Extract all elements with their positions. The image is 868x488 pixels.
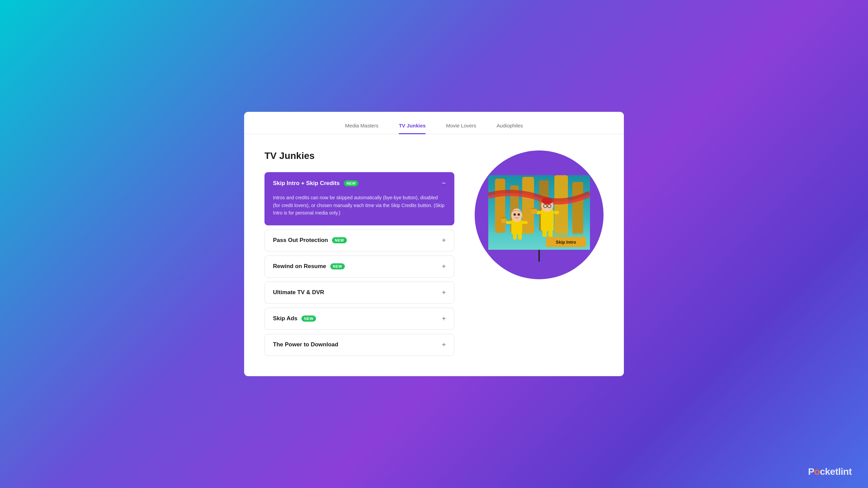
accordion-header-left-2: Pass Out Protection NEW: [273, 237, 347, 244]
accordion-item-skip-ads: Skip Ads NEW +: [264, 308, 454, 330]
accordion-title-power-download: The Power to Download: [273, 341, 338, 348]
svg-rect-19: [531, 209, 537, 214]
accordion-header-skip-intro[interactable]: Skip Intro + Skip Credits NEW −: [265, 172, 454, 194]
accordion-title-skip-intro: Skip Intro + Skip Credits: [273, 180, 340, 187]
tab-media-masters[interactable]: Media Masters: [345, 123, 378, 134]
svg-rect-16: [554, 211, 559, 214]
pocketlint-watermark: Pocketlint: [808, 466, 852, 477]
svg-rect-24: [506, 221, 512, 224]
accordion-header-rewind-resume[interactable]: Rewind on Resume NEW +: [265, 256, 454, 277]
svg-rect-25: [522, 221, 528, 224]
accordion-icon-power-download: +: [442, 341, 446, 349]
badge-new-pass-out: NEW: [332, 237, 347, 243]
svg-rect-17: [542, 230, 547, 237]
badge-new-skip-ads: NEW: [301, 316, 316, 322]
svg-point-23: [518, 213, 520, 216]
accordion-icon-rewind-resume: +: [442, 263, 446, 270]
accordion-item-ultimate-dvr: Ultimate TV & DVR +: [264, 282, 454, 304]
left-panel: TV Junkies Skip Intro + Skip Credits NEW…: [264, 150, 454, 360]
accordion-header-left-6: The Power to Download: [273, 341, 338, 348]
tv-screen: Skip Intro: [488, 175, 590, 250]
accordion-text-skip-intro: Intros and credits can now be skipped au…: [273, 194, 446, 217]
accordion-item-power-download: The Power to Download +: [264, 334, 454, 356]
accordion-header-pass-out[interactable]: Pass Out Protection NEW +: [265, 230, 454, 251]
svg-rect-27: [513, 233, 517, 240]
svg-point-22: [514, 213, 516, 216]
main-card: Media Masters TV Junkies Movie Lovers Au…: [244, 112, 624, 376]
tv-illustration: Skip Intro: [475, 150, 604, 279]
content-area: TV Junkies Skip Intro + Skip Credits NEW…: [244, 134, 624, 376]
cartoon-scene-svg: Skip Intro: [488, 175, 590, 250]
svg-rect-2: [495, 179, 505, 233]
accordion-icon-ultimate-dvr: +: [442, 289, 446, 297]
accordion-header-skip-ads[interactable]: Skip Ads NEW +: [265, 308, 454, 329]
accordion-icon-skip-intro: −: [442, 179, 446, 187]
tv-wrapper: Skip Intro: [488, 168, 590, 262]
badge-new-rewind-resume: NEW: [330, 263, 345, 269]
accordion-header-left-4: Ultimate TV & DVR: [273, 289, 324, 296]
accordion-icon-skip-ads: +: [442, 315, 446, 323]
accordion-header-ultimate-dvr[interactable]: Ultimate TV & DVR +: [265, 282, 454, 303]
accordion-item-skip-intro: Skip Intro + Skip Credits NEW − Intros a…: [264, 172, 454, 225]
accordion-title-skip-ads: Skip Ads: [273, 315, 297, 322]
svg-text:Skip Intro: Skip Intro: [556, 240, 576, 245]
svg-rect-28: [518, 233, 522, 240]
watermark-dot: o: [814, 466, 820, 477]
svg-rect-6: [554, 175, 568, 236]
accordion-header-power-download[interactable]: The Power to Download +: [265, 334, 454, 355]
tab-audiophiles[interactable]: Audiophiles: [497, 123, 523, 134]
tab-movie-lovers[interactable]: Movie Lovers: [446, 123, 476, 134]
accordion: Skip Intro + Skip Credits NEW − Intros a…: [264, 172, 454, 360]
tv-stand: [538, 250, 540, 262]
accordion-title-rewind-resume: Rewind on Resume: [273, 263, 326, 270]
page-title: TV Junkies: [264, 150, 454, 161]
accordion-body-skip-intro: Intros and credits can now be skipped au…: [265, 194, 454, 225]
accordion-header-left-3: Rewind on Resume NEW: [273, 263, 345, 270]
svg-rect-18: [548, 230, 553, 237]
svg-point-11: [542, 198, 553, 204]
accordion-item-rewind-resume: Rewind on Resume NEW +: [264, 256, 454, 278]
svg-rect-26: [501, 219, 507, 223]
tab-tv-junkies[interactable]: TV Junkies: [399, 123, 426, 134]
accordion-icon-pass-out: +: [442, 237, 446, 244]
accordion-title-pass-out: Pass Out Protection: [273, 237, 328, 244]
tab-nav: Media Masters TV Junkies Movie Lovers Au…: [244, 112, 624, 134]
accordion-header-left-5: Skip Ads NEW: [273, 315, 316, 322]
svg-rect-7: [572, 182, 583, 235]
accordion-title-ultimate-dvr: Ultimate TV & DVR: [273, 289, 324, 296]
badge-new-skip-intro: NEW: [344, 180, 358, 186]
accordion-header-left: Skip Intro + Skip Credits NEW: [273, 180, 358, 187]
svg-rect-4: [522, 177, 534, 235]
svg-rect-9: [541, 209, 554, 231]
right-panel: Skip Intro: [475, 150, 604, 279]
accordion-item-pass-out: Pass Out Protection NEW +: [264, 229, 454, 251]
